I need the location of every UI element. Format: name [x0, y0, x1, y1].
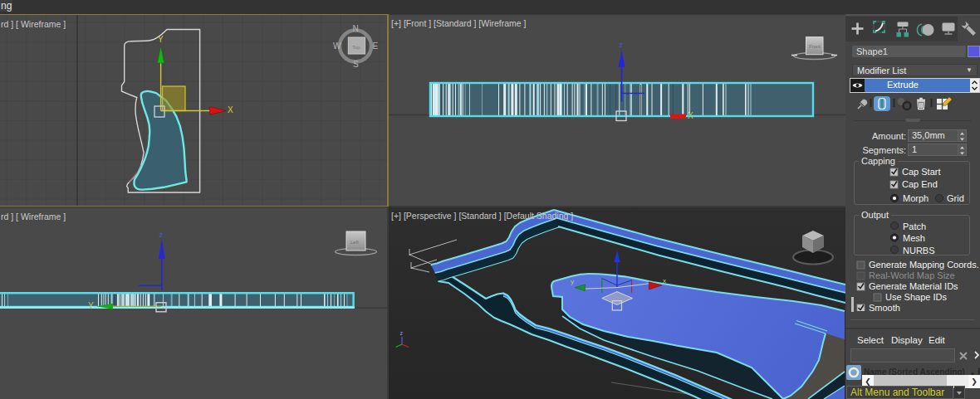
svg-text:z: z: [400, 330, 404, 336]
svg-text:Top: Top: [352, 45, 360, 50]
svg-text:E: E: [373, 41, 379, 51]
svg-text:x: x: [663, 277, 666, 285]
svg-text:z: z: [620, 41, 624, 49]
svg-text:Left: Left: [350, 240, 359, 245]
svg-text:S: S: [353, 60, 359, 69]
svg-text:y: y: [571, 278, 574, 285]
svg-text:W: W: [333, 41, 341, 51]
svg-text:X: X: [228, 105, 233, 114]
svg-text:Y: Y: [158, 35, 164, 44]
svg-text:Y: Y: [88, 301, 94, 310]
svg-text:z: z: [159, 231, 164, 239]
svg-text:Front: Front: [809, 44, 821, 49]
svg-text:X: X: [688, 111, 693, 120]
svg-text:N: N: [353, 24, 359, 33]
